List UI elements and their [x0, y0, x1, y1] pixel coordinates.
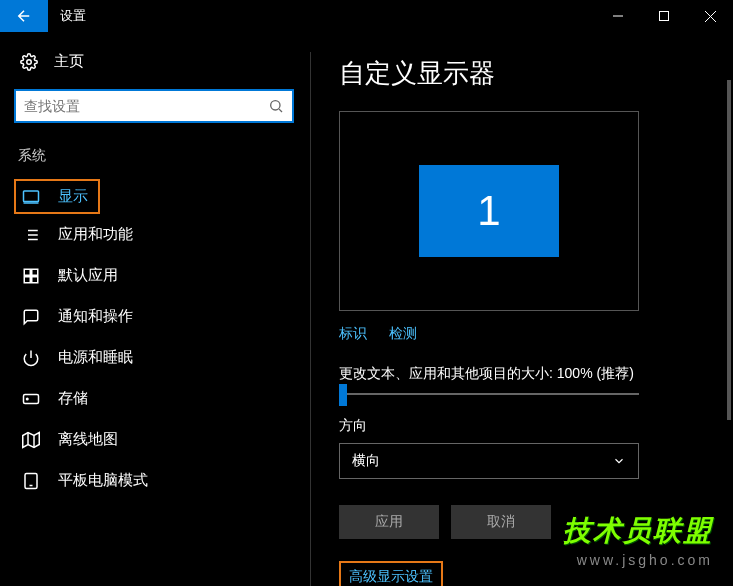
sidebar-item-tablet[interactable]: 平板电脑模式: [14, 460, 310, 501]
section-label: 系统: [14, 147, 310, 165]
monitor-preview[interactable]: 1: [339, 111, 639, 311]
back-button[interactable]: [0, 0, 48, 32]
svg-rect-1: [660, 12, 669, 21]
orientation-label: 方向: [339, 417, 705, 435]
cancel-button[interactable]: 取消: [451, 505, 551, 539]
window-title: 设置: [60, 7, 86, 25]
sidebar-item-label: 平板电脑模式: [58, 471, 148, 490]
home-link[interactable]: 主页: [14, 52, 310, 71]
identify-link[interactable]: 标识: [339, 325, 367, 343]
sidebar-item-maps[interactable]: 离线地图: [14, 419, 310, 460]
sidebar-item-power[interactable]: 电源和睡眠: [14, 337, 310, 378]
svg-point-5: [271, 101, 280, 110]
grid-icon: [22, 267, 40, 285]
sidebar-item-apps[interactable]: 应用和功能: [14, 214, 310, 255]
svg-rect-17: [24, 276, 30, 282]
tablet-icon: [22, 472, 40, 490]
orientation-select[interactable]: 横向: [339, 443, 639, 479]
content-area: 自定义显示器 1 标识 检测 更改文本、应用和其他项目的大小: 100% (推荐…: [311, 32, 733, 586]
watermark-url: www.jsgho.com: [563, 552, 713, 568]
svg-point-21: [27, 398, 29, 400]
sidebar-item-label: 显示: [58, 187, 88, 206]
sidebar-item-display[interactable]: 显示: [14, 179, 100, 214]
sidebar-item-label: 通知和操作: [58, 307, 133, 326]
detect-link[interactable]: 检测: [389, 325, 417, 343]
close-button[interactable]: [687, 0, 733, 32]
sidebar-item-storage[interactable]: 存储: [14, 378, 310, 419]
svg-line-6: [279, 109, 282, 112]
search-input-wrap[interactable]: [14, 89, 294, 123]
sidebar-item-label: 默认应用: [58, 266, 118, 285]
gear-icon: [20, 53, 38, 71]
monitor-1[interactable]: 1: [419, 165, 559, 257]
svg-marker-22: [23, 432, 40, 447]
sidebar-item-label: 离线地图: [58, 430, 118, 449]
svg-rect-7: [24, 191, 39, 202]
sidebar-item-notifications[interactable]: 通知和操作: [14, 296, 310, 337]
svg-rect-18: [32, 276, 38, 282]
watermark-brand: 技术员联盟: [563, 512, 713, 550]
svg-rect-15: [24, 269, 30, 275]
advanced-display-link[interactable]: 高级显示设置: [339, 561, 443, 586]
svg-point-4: [27, 59, 32, 64]
page-title: 自定义显示器: [339, 56, 705, 91]
scale-label: 更改文本、应用和其他项目的大小: 100% (推荐): [339, 365, 705, 383]
watermark: 技术员联盟 www.jsgho.com: [563, 512, 713, 568]
scale-slider[interactable]: [339, 393, 639, 395]
sidebar-item-default-apps[interactable]: 默认应用: [14, 255, 310, 296]
search-icon: [268, 98, 284, 114]
sidebar-item-label: 电源和睡眠: [58, 348, 133, 367]
maximize-button[interactable]: [641, 0, 687, 32]
sidebar: 主页 系统 显示 应用和功能 默认应用 通知和操作 电源和睡眠: [0, 32, 310, 586]
sidebar-item-label: 应用和功能: [58, 225, 133, 244]
map-icon: [22, 431, 40, 449]
scrollbar[interactable]: [727, 80, 731, 420]
orientation-value: 横向: [352, 452, 380, 470]
chevron-down-icon: [612, 454, 626, 468]
power-icon: [22, 349, 40, 367]
slider-thumb[interactable]: [339, 384, 347, 406]
home-label: 主页: [54, 52, 84, 71]
search-input[interactable]: [24, 98, 268, 114]
storage-icon: [22, 390, 40, 408]
apply-button[interactable]: 应用: [339, 505, 439, 539]
list-icon: [22, 226, 40, 244]
sidebar-item-label: 存储: [58, 389, 88, 408]
display-icon: [22, 188, 40, 206]
minimize-button[interactable]: [595, 0, 641, 32]
slider-track: [339, 393, 639, 395]
message-icon: [22, 308, 40, 326]
svg-rect-16: [32, 269, 38, 275]
